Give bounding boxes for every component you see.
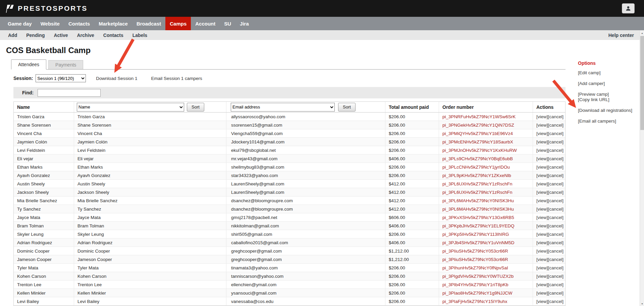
find-input[interactable]: [38, 89, 101, 97]
order-number-link[interactable]: pi_3PMiQYHv5kZ79NcY1bE96Vz4: [442, 131, 513, 136]
cancel-link[interactable]: [cancel]: [548, 131, 564, 136]
cancel-link[interactable]: [cancel]: [548, 114, 564, 119]
cancel-link[interactable]: [cancel]: [548, 215, 564, 220]
view-link[interactable]: [view]: [536, 156, 548, 161]
cancel-link[interactable]: [cancel]: [548, 240, 564, 245]
cancel-link[interactable]: [cancel]: [548, 165, 564, 170]
view-link[interactable]: [view]: [536, 181, 548, 186]
view-link[interactable]: [view]: [536, 173, 548, 178]
name-sort-button[interactable]: Sort: [187, 103, 204, 112]
cancel-link[interactable]: [cancel]: [548, 207, 564, 212]
order-number-link[interactable]: pi_3PJb4SHv5kZ79NcY1uVnNM5D: [442, 240, 515, 245]
download-all-registrations-link[interactable]: [Download all registrations]: [578, 108, 638, 113]
nav-item-camps[interactable]: Camps: [165, 17, 191, 30]
cancel-link[interactable]: [cancel]: [548, 190, 564, 195]
view-link[interactable]: [view]: [536, 123, 548, 128]
order-number-link[interactable]: pi_3PIgdVHv5kZ79NcY0WTUZX2b: [442, 274, 514, 279]
view-link[interactable]: [view]: [536, 249, 548, 254]
cancel-link[interactable]: [cancel]: [548, 198, 564, 203]
order-number-link[interactable]: pi_3PL6UXHv5kZ79NcY1zRschFn: [442, 181, 513, 186]
preview-camp-link[interactable]: [Preview camp]: [578, 92, 638, 97]
cancel-link[interactable]: [cancel]: [548, 232, 564, 237]
order-number-link[interactable]: pi_3PL6UXHv5kZ79NcY1zRschFn: [442, 190, 513, 195]
copy-link-url-link[interactable]: [Copy link URL]: [578, 97, 638, 102]
view-link[interactable]: [view]: [536, 257, 548, 262]
order-number-link[interactable]: pi_3PLcCNHv5kZ79NcY1jyrIDOu: [442, 165, 510, 170]
help-center-link[interactable]: Help center: [608, 33, 634, 38]
order-number-link[interactable]: pi_3PKp5IHv5kZ79NcY113IhIRG: [442, 232, 509, 237]
cancel-link[interactable]: [cancel]: [548, 299, 564, 304]
cancel-link[interactable]: [cancel]: [548, 223, 564, 228]
nav-item-game-day[interactable]: Game day: [3, 17, 36, 30]
view-link[interactable]: [view]: [536, 198, 548, 203]
view-link[interactable]: [view]: [536, 165, 548, 170]
order-number-link[interactable]: pi_3PNRFuHv5kZ79NcY1WSw6SrK: [442, 114, 516, 119]
order-number-link[interactable]: pi_3PNGekHv5kZ79NcY1QiN7DSZ: [442, 123, 514, 128]
view-link[interactable]: [view]: [536, 291, 548, 296]
cancel-link[interactable]: [cancel]: [548, 123, 564, 128]
view-link[interactable]: [view]: [536, 114, 548, 119]
cancel-link[interactable]: [cancel]: [548, 265, 564, 270]
order-number-link[interactable]: pi_3PKvXSHv5kZ79NcY13Gx6RB5: [442, 215, 514, 220]
email-session-link[interactable]: Email Session 1 campers: [151, 76, 202, 81]
session-select[interactable]: Session 1 (96/120): [36, 74, 86, 82]
view-link[interactable]: [view]: [536, 215, 548, 220]
cancel-link[interactable]: [cancel]: [548, 173, 564, 178]
cancel-link[interactable]: [cancel]: [548, 257, 564, 262]
cancel-link[interactable]: [cancel]: [548, 148, 564, 153]
view-link[interactable]: [view]: [536, 274, 548, 279]
scrollbar-thumb[interactable]: [640, 36, 644, 130]
order-number-link[interactable]: pi_3PL9pKHv5kZ79NcY1ZKxeNlb: [442, 173, 511, 178]
view-link[interactable]: [view]: [536, 282, 548, 287]
scrollbar-down-arrow-icon[interactable]: ▼: [640, 301, 644, 306]
view-link[interactable]: [view]: [536, 223, 548, 228]
scrollbar-up-arrow-icon[interactable]: ▲: [640, 31, 644, 35]
user-account-button[interactable]: [622, 3, 635, 13]
cancel-link[interactable]: [cancel]: [548, 291, 564, 296]
subnav-item-add[interactable]: Add: [8, 33, 17, 38]
view-link[interactable]: [view]: [536, 240, 548, 245]
order-number-link[interactable]: pi_3PIiuSHv5kZ79NcY053cr66R: [442, 257, 508, 262]
email-filter-select[interactable]: Email address: [231, 103, 335, 112]
add-camper-link[interactable]: [Add camper]: [578, 81, 638, 86]
nav-item-account[interactable]: Account: [191, 17, 220, 30]
nav-item-jira[interactable]: Jira: [235, 17, 253, 30]
cancel-link[interactable]: [cancel]: [548, 156, 564, 161]
order-number-link[interactable]: pi_3PIhunHv5kZ79NcY0fNpvSaI: [442, 265, 508, 270]
nav-item-contacts[interactable]: Contacts: [64, 17, 94, 30]
view-link[interactable]: [view]: [536, 148, 548, 153]
view-link[interactable]: [view]: [536, 190, 548, 195]
order-number-link[interactable]: pi_3PMcENHv5kZ79NcY18SaurbX: [442, 139, 513, 144]
subnav-item-contacts[interactable]: Contacts: [103, 33, 123, 38]
cancel-link[interactable]: [cancel]: [548, 249, 564, 254]
order-number-link[interactable]: pi_3PLs9CHv5kZ79NcY0BqE6ubB: [442, 156, 513, 161]
subnav-item-pending[interactable]: Pending: [26, 33, 45, 38]
tab-attendees[interactable]: Attendees: [11, 59, 46, 70]
order-number-link[interactable]: pi_3PMJnOHv5kZ79NcY1KxKHuRW: [442, 148, 517, 153]
download-session-link[interactable]: Download Session 1: [96, 76, 137, 81]
order-number-link[interactable]: pi_3PIb4YHv5kZ79NcY1riT8pKb: [442, 282, 508, 287]
cancel-link[interactable]: [cancel]: [548, 274, 564, 279]
order-number-link[interactable]: pi_3PKpbJHv5kZ79NcY1EL9YEDQ: [442, 223, 515, 228]
cancel-link[interactable]: [cancel]: [548, 181, 564, 186]
subnav-item-active[interactable]: Active: [54, 33, 68, 38]
tab-payments[interactable]: Payments: [48, 60, 83, 69]
subnav-item-labels[interactable]: Labels: [132, 33, 147, 38]
order-number-link[interactable]: pi_3PIao8Hv5kZ79NcY1g9NJJCW: [442, 291, 513, 296]
nav-item-marketplace[interactable]: Marketplace: [94, 17, 132, 30]
order-number-link[interactable]: pi_3PIaFjHv5kZ79NcY15IY9uhx: [442, 299, 507, 304]
cancel-link[interactable]: [cancel]: [548, 139, 564, 144]
order-number-link[interactable]: pi_3PIiuSHv5kZ79NcY053cr66R: [442, 249, 508, 254]
view-link[interactable]: [view]: [536, 232, 548, 237]
view-link[interactable]: [view]: [536, 131, 548, 136]
view-link[interactable]: [view]: [536, 139, 548, 144]
order-number-link[interactable]: pi_3PL6MAHv5kZ79NcY0NISK3Hu: [442, 198, 514, 203]
email-sort-button[interactable]: Sort: [338, 103, 356, 112]
cancel-link[interactable]: [cancel]: [548, 282, 564, 287]
order-number-link[interactable]: pi_3PL6MAHv5kZ79NcY0NISK3Hu: [442, 207, 514, 212]
nav-item-su[interactable]: SU: [220, 17, 235, 30]
view-link[interactable]: [view]: [536, 265, 548, 270]
subnav-item-archive[interactable]: Archive: [77, 33, 94, 38]
view-link[interactable]: [view]: [536, 207, 548, 212]
vertical-scrollbar[interactable]: ▲ ▼: [640, 31, 644, 306]
